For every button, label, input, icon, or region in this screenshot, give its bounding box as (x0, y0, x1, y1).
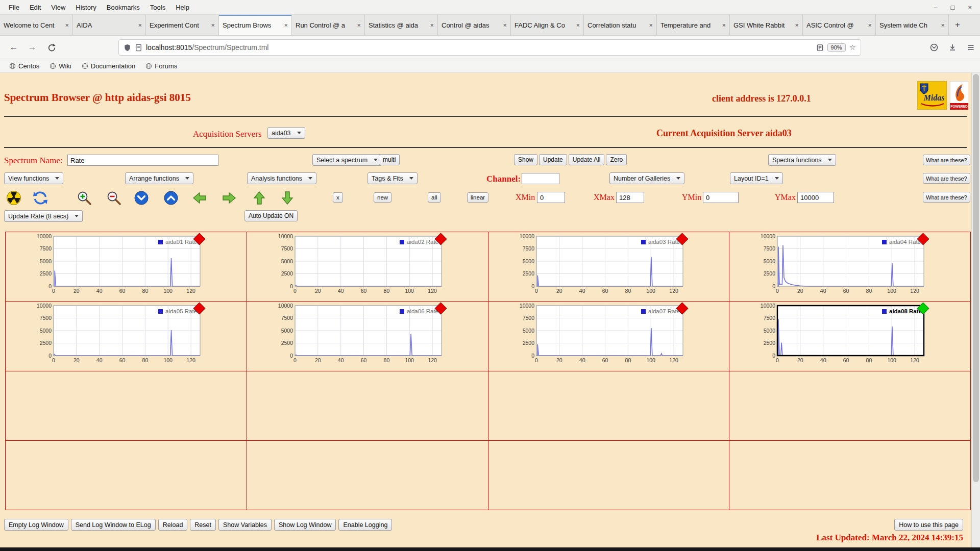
bookmark-wiki[interactable]: Wiki (45, 61, 76, 71)
powered-logo[interactable]: POWERED (950, 81, 968, 112)
footer-button-show-variables[interactable]: Show Variables (218, 519, 272, 531)
bookmark-forums[interactable]: Forums (141, 61, 181, 71)
menu-item-history[interactable]: History (71, 2, 101, 13)
menu-item-tools[interactable]: Tools (145, 2, 170, 13)
show-button[interactable]: Show (514, 154, 537, 165)
how-to-use-button[interactable]: How to use this page (894, 519, 963, 531)
multi-button[interactable]: multi (379, 154, 400, 165)
arrow-right-icon[interactable] (222, 190, 237, 206)
footer-button-show-log-window[interactable]: Show Log Window (274, 519, 336, 531)
menu-item-file[interactable]: File (4, 2, 24, 13)
tab-temperature-and[interactable]: Temperature and× (657, 15, 730, 35)
footer-button-reload[interactable]: Reload (158, 519, 188, 531)
update-all-button[interactable]: Update All (569, 154, 605, 165)
tab-statistics-aida[interactable]: Statistics @ aida× (365, 15, 438, 35)
tab-close-icon[interactable]: × (868, 21, 872, 29)
xmin-input[interactable] (537, 192, 565, 203)
tab-close-icon[interactable]: × (357, 21, 361, 29)
forward-button[interactable]: → (24, 40, 40, 55)
tab-close-icon[interactable]: × (722, 21, 726, 29)
tab-gsi-white-rabbit[interactable]: GSI White Rabbit× (730, 15, 803, 35)
tab-system-wide-ch[interactable]: System wide Ch× (876, 15, 949, 35)
pocket-icon[interactable] (928, 41, 940, 54)
arrow-down-icon[interactable] (280, 190, 295, 206)
reader-mode-icon[interactable] (816, 44, 824, 52)
channel-input[interactable] (522, 173, 559, 184)
chart-cell[interactable]: 020406080100120025005000750010000aida02 … (247, 232, 488, 301)
tab-experiment-cont[interactable]: Experiment Cont× (146, 15, 219, 35)
minimize-button[interactable]: – (934, 4, 937, 11)
analysis-functions-dropdown[interactable]: Analysis functions (247, 172, 316, 184)
tab-close-icon[interactable]: × (795, 21, 799, 29)
chart-cell[interactable]: 020406080100120025005000750010000aida06 … (247, 302, 488, 370)
radiation-icon[interactable] (6, 190, 21, 206)
tab-close-icon[interactable]: × (284, 21, 288, 29)
chart-cell[interactable]: 020406080100120025005000750010000aida05 … (6, 302, 247, 370)
zoom-in-icon[interactable] (77, 190, 92, 206)
arrow-left-icon[interactable] (192, 190, 207, 206)
chart-cell[interactable]: 020406080100120025005000750010000aida03 … (488, 232, 729, 301)
tab-close-icon[interactable]: × (503, 21, 507, 29)
tab-run-control-a[interactable]: Run Control @ a× (292, 15, 365, 35)
expand-vertical-icon[interactable] (163, 190, 179, 206)
view-functions-dropdown[interactable]: View functions (4, 172, 63, 184)
xmax-input[interactable] (616, 192, 644, 203)
ymin-input[interactable] (703, 192, 739, 203)
bookmark-documentation[interactable]: Documentation (78, 61, 139, 71)
number-of-galleries-dropdown[interactable]: Number of Galleries (609, 172, 684, 184)
what-are-these-button[interactable]: What are these? (923, 155, 970, 165)
footer-button-enable-logging[interactable]: Enable Logging (338, 519, 392, 531)
tab-close-icon[interactable]: × (941, 21, 945, 29)
update-button[interactable]: Update (539, 154, 567, 165)
menu-item-help[interactable]: Help (171, 2, 194, 13)
tab-control-aidas[interactable]: Control @ aidas× (438, 15, 511, 35)
tab-close-icon[interactable]: × (138, 21, 142, 29)
bookmark-star-icon[interactable]: ☆ (849, 43, 856, 52)
linear-button[interactable]: linear (467, 192, 488, 203)
tab-close-icon[interactable]: × (430, 21, 434, 29)
arrow-up-icon[interactable] (252, 190, 267, 206)
acquisition-server-select[interactable]: aida03 (267, 127, 305, 139)
download-icon[interactable] (946, 41, 959, 54)
arrange-functions-dropdown[interactable]: Arrange functions (125, 172, 193, 184)
footer-button-reset[interactable]: Reset (190, 519, 216, 531)
select-spectrum-dropdown[interactable]: Select a spectrum (312, 154, 382, 166)
zoom-out-icon[interactable] (106, 190, 121, 206)
tab-fadc-align-co[interactable]: FADC Align & Co× (511, 15, 584, 35)
spectra-functions-dropdown[interactable]: Spectra functions (768, 154, 836, 166)
layout-id-dropdown[interactable]: Layout ID=1 (730, 172, 783, 184)
new-button[interactable]: new (374, 192, 391, 203)
site-info-icon[interactable] (135, 44, 142, 52)
tab-close-icon[interactable]: × (65, 21, 69, 29)
scrollbar-thumb[interactable] (973, 74, 979, 482)
chart-cell[interactable]: 020406080100120025005000750010000aida08 … (729, 302, 970, 370)
chart-cell[interactable]: 020406080100120025005000750010000aida07 … (488, 302, 729, 370)
footer-button-send-log-window-to-elog[interactable]: Send Log Window to ELog (71, 519, 156, 531)
tab-close-icon[interactable]: × (576, 21, 580, 29)
url-bar[interactable]: localhost:8015/Spectrum/Spectrum.tml 90%… (118, 39, 861, 56)
menu-icon[interactable] (965, 41, 977, 54)
tab-aida[interactable]: AIDA× (73, 15, 146, 35)
spectrum-chart[interactable]: 020406080100120025005000750010000aida07 … (507, 303, 711, 369)
what-are-these-button[interactable]: What are these? (923, 173, 970, 184)
tab-close-icon[interactable]: × (649, 21, 653, 29)
url-text[interactable]: localhost:8015/Spectrum/Spectrum.tml (146, 43, 268, 52)
reload-button[interactable] (44, 40, 59, 55)
tags-fits-dropdown[interactable]: Tags & Fits (368, 172, 418, 184)
close-button[interactable]: × (968, 4, 972, 11)
auto-update-button[interactable]: Auto Update ON (244, 210, 298, 221)
tab-welcome-to-cent[interactable]: Welcome to Cent× (0, 15, 73, 35)
tab-asic-control[interactable]: ASIC Control @× (803, 15, 876, 35)
midas-logo[interactable]: Midas (917, 81, 947, 112)
what-are-these-button[interactable]: What are these? (923, 192, 970, 203)
menu-item-view[interactable]: View (46, 2, 70, 13)
update-rate-dropdown[interactable]: Update Rate (8 secs) (4, 210, 83, 222)
all-button[interactable]: all (428, 192, 441, 203)
compress-vertical-icon[interactable] (134, 190, 149, 206)
scrollbar[interactable] (971, 73, 980, 547)
new-tab-button[interactable]: + (949, 15, 966, 35)
bookmark-centos[interactable]: Centos (5, 61, 43, 71)
back-button[interactable]: ← (6, 40, 21, 55)
spectrum-name-input[interactable] (67, 155, 218, 166)
shield-icon[interactable] (124, 44, 131, 52)
